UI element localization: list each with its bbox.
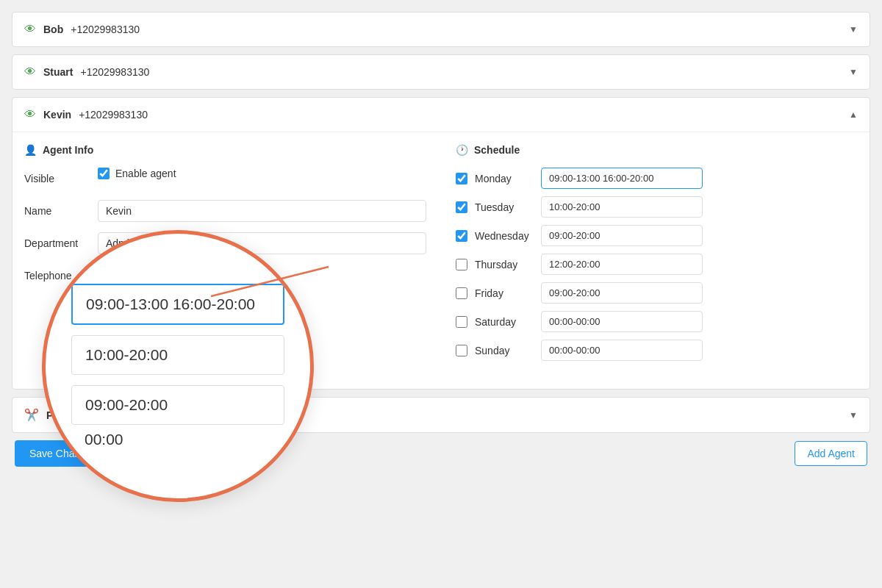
praktijk-header[interactable]: ✂️ Praktijk Santé ▼ [12, 398, 870, 432]
tuesday-time-input[interactable] [541, 196, 703, 218]
enable-agent-checkbox[interactable] [98, 168, 110, 179]
name-row: Name [24, 200, 426, 222]
bob-agent-phone: +12029983130 [71, 24, 140, 35]
bob-visible-icon: 👁 [24, 23, 36, 36]
department-input[interactable] [98, 232, 426, 254]
avatar-section: 🟡 Select [98, 316, 426, 360]
department-row: Department [24, 232, 426, 254]
visible-label: Visible [24, 173, 90, 184]
agent-info-title: 👤 Agent Info [24, 144, 426, 156]
bob-chevron-icon[interactable]: ▼ [849, 24, 858, 35]
praktijk-card: ✂️ Praktijk Santé ▼ [12, 397, 870, 433]
kevin-visible-icon: 👁 [24, 108, 36, 121]
delete-agent-link[interactable]: Delete Agent [98, 366, 426, 377]
add-agent-button[interactable]: Add Agent [795, 441, 867, 466]
stuart-agent-card: 👁 Stuart +12029983130 ▼ [12, 54, 870, 90]
select-avatar-button[interactable]: Select [154, 328, 201, 349]
bob-agent-card: 👁 Bob +12029983130 ▼ [12, 12, 870, 47]
stuart-chevron-icon[interactable]: ▼ [849, 67, 858, 77]
clock-icon: 🕐 [456, 144, 468, 156]
friday-time-input[interactable] [541, 282, 703, 304]
bob-header-left: 👁 Bob +12029983130 [24, 23, 140, 36]
thursday-row: Thursday [456, 254, 858, 275]
agent-info-icon: 👤 [24, 144, 37, 156]
wednesday-time-input[interactable] [541, 225, 703, 246]
kevin-body: 👤 Agent Info Visible Enable agent Name D… [12, 132, 870, 389]
praktijk-header-left: ✂️ Praktijk Santé [24, 408, 115, 422]
stuart-agent-header[interactable]: 👁 Stuart +12029983130 ▼ [12, 55, 870, 89]
praktijk-icon: ✂️ [24, 408, 39, 422]
kevin-chevron-icon[interactable]: ▲ [849, 110, 858, 120]
avatar: 🟡 [98, 316, 142, 360]
phone-input[interactable] [136, 265, 224, 287]
sunday-row: Sunday [456, 340, 858, 361]
sunday-label: Sunday [475, 345, 534, 356]
telephone-label: Telephone [24, 270, 90, 282]
friday-label: Friday [475, 287, 534, 299]
save-changes-button[interactable]: Save Changes [15, 440, 112, 467]
saturday-row: Saturday [456, 311, 858, 332]
schedule-title: 🕐 Schedule [456, 144, 858, 156]
department-label: Department [24, 237, 90, 249]
tuesday-row: Tuesday [456, 196, 858, 218]
saturday-time-input[interactable] [541, 311, 703, 332]
thursday-label: Thursday [475, 259, 534, 270]
monday-row: Monday [456, 168, 858, 189]
enable-agent-label: Enable agent [115, 168, 176, 179]
name-label: Name [24, 205, 90, 217]
enable-agent-checkbox-row: Enable agent [98, 168, 176, 179]
monday-label: Monday [475, 173, 534, 184]
thursday-checkbox[interactable] [456, 259, 467, 270]
schedule-section: 🕐 Schedule Monday Tuesday Wednesday [456, 144, 858, 377]
phone-flag-row: 🇺🇸 ▼ [98, 265, 224, 287]
wednesday-checkbox[interactable] [456, 230, 467, 242]
sunday-checkbox[interactable] [456, 345, 467, 356]
tuesday-label: Tuesday [475, 201, 534, 213]
praktijk-name: Praktijk Santé [46, 409, 115, 421]
user-hint: User will co... [98, 297, 426, 307]
kevin-agent-header[interactable]: 👁 Kevin +12029983130 ▲ [12, 98, 870, 132]
saturday-checkbox[interactable] [456, 316, 467, 328]
wednesday-label: Wednesday [475, 230, 534, 242]
saturday-label: Saturday [475, 316, 534, 328]
friday-checkbox[interactable] [456, 287, 467, 299]
bob-agent-header[interactable]: 👁 Bob +12029983130 ▼ [12, 12, 870, 46]
monday-checkbox[interactable] [456, 173, 467, 184]
sunday-time-input[interactable] [541, 340, 703, 361]
agent-info-section: 👤 Agent Info Visible Enable agent Name D… [24, 144, 426, 377]
stuart-header-left: 👁 Stuart +12029983130 [24, 65, 149, 79]
thursday-time-input[interactable] [541, 254, 703, 275]
visible-row: Visible Enable agent [24, 168, 426, 190]
monday-time-input[interactable] [541, 168, 703, 189]
praktijk-chevron-icon[interactable]: ▼ [849, 410, 858, 420]
kevin-agent-name: Kevin [43, 109, 71, 121]
stuart-visible-icon: 👁 [24, 65, 36, 79]
telephone-row: Telephone 🇺🇸 ▼ [24, 265, 426, 287]
bob-agent-name: Bob [43, 24, 63, 35]
flag-emoji: 🇺🇸 [104, 270, 116, 282]
flag-select[interactable]: 🇺🇸 ▼ [98, 265, 133, 287]
friday-row: Friday [456, 282, 858, 304]
wednesday-row: Wednesday [456, 225, 858, 246]
flag-dropdown-icon: ▼ [119, 272, 126, 280]
stuart-agent-phone: +12029983130 [80, 66, 149, 78]
kevin-agent-phone: +12029983130 [79, 109, 148, 121]
stuart-agent-name: Stuart [43, 66, 73, 78]
kevin-agent-card: 👁 Kevin +12029983130 ▲ 👤 Agent Info Visi… [12, 97, 870, 390]
bottom-bar: Save Changes Add Agent [12, 440, 870, 467]
tuesday-checkbox[interactable] [456, 201, 467, 213]
kevin-header-left: 👁 Kevin +12029983130 [24, 108, 148, 121]
name-input[interactable] [98, 200, 426, 222]
